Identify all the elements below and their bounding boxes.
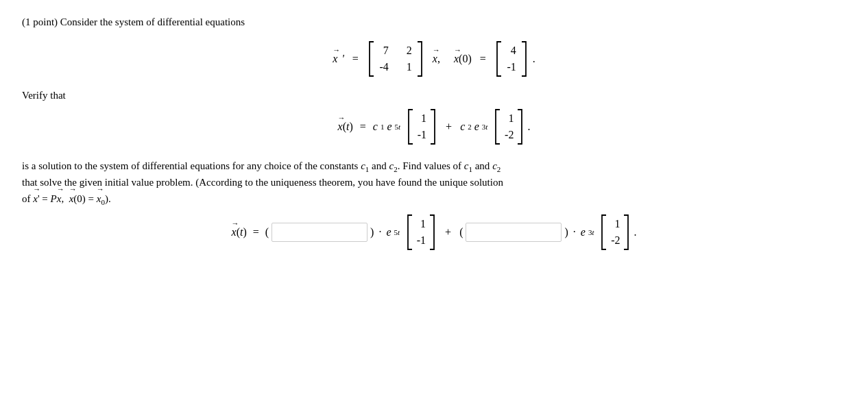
period-2: . [527, 121, 530, 133]
ans-vec2-lb [599, 214, 607, 251]
xt-answer-label: x(t) [232, 226, 247, 238]
vec2-rb [516, 108, 525, 145]
init-r0: 4 [507, 42, 516, 59]
ans-vec1-lb [405, 214, 413, 251]
header-text: (1 point) Consider the system of differe… [22, 16, 245, 27]
ans-vector-1: 1 -1 [416, 214, 426, 250]
vec2-lb [493, 108, 501, 145]
verify-text: Verify that [22, 90, 66, 101]
paren-open-2: ( [459, 226, 463, 238]
sol1-r0: 1 [417, 110, 426, 127]
sol2-r0: 1 [504, 110, 514, 127]
solution-paragraph: is a solution to the system of different… [22, 158, 846, 207]
x-vec-label: x, [433, 53, 440, 65]
main-equation: x' = 72 -41 x, x(0) = 4 -1 . [22, 40, 846, 77]
ans2-r1: -2 [610, 232, 620, 249]
matrix-P-r1c0: -4 [379, 59, 389, 75]
init-vector: 4 -1 [507, 41, 516, 77]
vec1-lb [406, 108, 414, 145]
paragraph-line1: is a solution to the system of different… [22, 158, 846, 174]
ans1-r1: -1 [416, 232, 426, 249]
matrix-P-r1c1: 1 [400, 59, 412, 75]
matrix-P: 72 -41 [379, 41, 412, 77]
matrix-P-right-bracket [416, 40, 424, 77]
init-vec-left-bracket [494, 40, 503, 77]
solution-equation: x(t) = c1 e5t 1 -1 + c2 e3t 1 -2 . [22, 108, 846, 145]
sol2-r1: -2 [504, 127, 514, 143]
x-zero-label: x(0) [454, 53, 472, 65]
c2-input[interactable] [466, 223, 562, 242]
cdot-2: · [573, 226, 576, 238]
matrix-P-left-bracket [367, 40, 375, 77]
verify-label: Verify that [22, 90, 846, 101]
sol1-r1: -1 [417, 127, 426, 143]
xprime-vec: x [333, 53, 337, 65]
cdot-1: · [378, 226, 381, 238]
c1-input[interactable] [272, 223, 367, 242]
paren-open-1: ( [265, 226, 269, 238]
paren-close-1: ) [370, 226, 374, 238]
matrix-P-r0c1: 2 [400, 42, 412, 59]
xt-label: x(t) [338, 121, 353, 133]
paren-close-2: ) [564, 226, 568, 238]
sol-vector-1: 1 -1 [417, 109, 426, 145]
ans-vec1-rb [429, 214, 437, 251]
ans2-r0: 1 [610, 216, 620, 232]
answer-equation: x(t) = ( ) · e5t 1 -1 + ( ) · e3t 1 -2 [22, 214, 846, 251]
matrix-P-r0c0: 7 [379, 42, 389, 59]
period-1: . [533, 53, 535, 65]
paragraph-line3: of x' = Px, x(0) = x0). [22, 190, 846, 207]
sol-vector-2: 1 -2 [504, 109, 514, 145]
ans1-r0: 1 [416, 216, 426, 232]
ans-vector-2: 1 -2 [610, 214, 620, 250]
paragraph-line2: that solve the given initial value probl… [22, 174, 846, 190]
init-vec-right-bracket [520, 40, 529, 77]
plus-sign: + [446, 121, 452, 133]
init-r1: -1 [507, 59, 516, 75]
vec1-rb [429, 108, 437, 145]
period-3: . [634, 226, 636, 238]
plus-ans: + [445, 226, 451, 238]
problem-header: (1 point) Consider the system of differe… [22, 16, 846, 28]
ans-vec2-rb [623, 214, 631, 251]
